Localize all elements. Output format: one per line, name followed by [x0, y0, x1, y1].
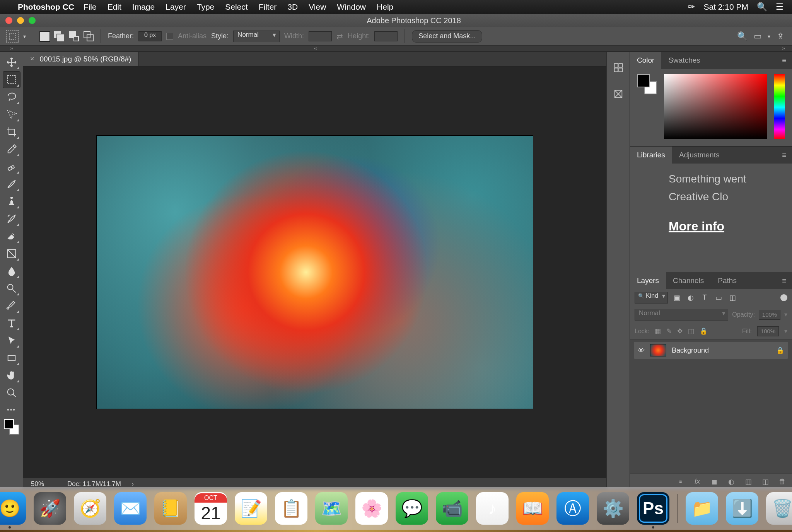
menu-image[interactable]: Image — [132, 2, 155, 12]
selection-new-icon[interactable] — [40, 32, 50, 41]
dock-ibooks[interactable]: 📖 — [516, 492, 549, 525]
close-tab-icon[interactable]: × — [30, 55, 34, 63]
new-layer-icon[interactable]: ◫ — [761, 477, 770, 486]
healing-brush-tool[interactable] — [3, 159, 20, 175]
dock-photoshop[interactable]: Ps — [637, 492, 669, 525]
filter-toggle[interactable] — [780, 294, 787, 301]
dock-appstore[interactable]: Ⓐ — [556, 492, 589, 525]
filter-pixel-icon[interactable]: ▣ — [672, 293, 682, 302]
move-tool[interactable] — [3, 54, 20, 70]
layer-style-icon[interactable]: fx — [693, 477, 702, 486]
selection-subtract-icon[interactable] — [69, 31, 79, 41]
lock-all-icon[interactable]: 🔒 — [700, 327, 708, 335]
marquee-tool[interactable] — [3, 72, 20, 88]
tab-adjustments[interactable]: Adjustments — [672, 147, 727, 164]
menu-layer[interactable]: Layer — [166, 2, 186, 12]
panel-menu-icon[interactable]: ≡ — [777, 52, 792, 69]
chevron-down-icon[interactable]: ▾ — [23, 33, 26, 39]
layer-filter-kind-select[interactable]: Kind — [635, 292, 668, 304]
selection-intersect-icon[interactable] — [84, 31, 94, 41]
quick-select-tool[interactable] — [3, 106, 20, 123]
delete-layer-icon[interactable]: 🗑 — [778, 477, 787, 486]
status-docsize[interactable]: Doc: 11.7M/11.7M — [67, 480, 121, 488]
tab-channels[interactable]: Channels — [666, 272, 711, 289]
lock-transparent-icon[interactable]: ▦ — [655, 327, 661, 335]
tab-swatches[interactable]: Swatches — [661, 52, 707, 69]
filter-type-icon[interactable]: T — [700, 293, 710, 302]
tab-paths[interactable]: Paths — [711, 272, 744, 289]
panel-menu-icon[interactable]: ≡ — [777, 272, 792, 289]
libraries-more-info-link[interactable]: More info — [669, 219, 724, 234]
gradient-tool[interactable] — [3, 246, 20, 262]
properties-panel-icon[interactable] — [612, 87, 625, 101]
layer-visibility-icon[interactable]: 👁 — [638, 346, 645, 355]
select-and-mask-button[interactable]: Select and Mask... — [412, 30, 482, 43]
menu-filter[interactable]: Filter — [259, 2, 277, 12]
dock-mail[interactable]: ✉️ — [114, 492, 147, 525]
menu-window[interactable]: Window — [337, 2, 366, 12]
menu-3d[interactable]: 3D — [287, 2, 298, 12]
foreground-color[interactable] — [4, 419, 14, 429]
dock-photos[interactable]: 🌸 — [355, 492, 388, 525]
menu-type[interactable]: Type — [197, 2, 215, 12]
color-fgbg-well[interactable] — [637, 74, 657, 94]
tab-libraries[interactable]: Libraries — [630, 147, 672, 164]
menu-view[interactable]: View — [309, 2, 326, 12]
workspace-switcher-icon[interactable]: ▭ — [752, 31, 763, 42]
adjustment-layer-icon[interactable]: ◐ — [727, 477, 736, 486]
collapse-dock-icon[interactable]: ‹‹ — [314, 46, 317, 51]
menu-help[interactable]: Help — [377, 2, 393, 12]
hand-tool[interactable] — [3, 367, 20, 384]
color-saturation-field[interactable] — [664, 74, 767, 139]
crop-tool[interactable] — [3, 124, 20, 140]
window-minimize-button[interactable] — [17, 17, 24, 24]
dock-system-preferences[interactable]: ⚙️ — [597, 492, 629, 525]
dock-downloads-folder[interactable]: ⬇️ — [726, 492, 758, 525]
window-close-button[interactable] — [5, 17, 12, 24]
history-panel-icon[interactable] — [612, 61, 625, 74]
clone-stamp-tool[interactable] — [3, 193, 20, 210]
status-zoom[interactable]: 50% — [31, 480, 44, 488]
dock-notes[interactable]: 📝 — [235, 492, 267, 525]
dock-itunes[interactable]: ♪ — [476, 492, 509, 525]
tab-color[interactable]: Color — [630, 52, 661, 69]
filter-adjust-icon[interactable]: ◐ — [686, 293, 696, 302]
search-icon[interactable]: 🔍 — [737, 31, 748, 42]
lock-position-icon[interactable]: ✥ — [677, 327, 683, 335]
blend-mode-select[interactable]: Normal — [635, 309, 728, 321]
share-icon[interactable]: ⇪ — [775, 31, 786, 42]
dock-reminders[interactable]: 📋 — [275, 492, 307, 525]
filter-smart-icon[interactable]: ◫ — [727, 293, 737, 302]
selection-add-icon[interactable] — [54, 31, 64, 41]
dock-applications-folder[interactable]: 📁 — [686, 492, 718, 525]
history-brush-tool[interactable] — [3, 211, 20, 227]
layer-group-icon[interactable]: ▥ — [744, 477, 753, 486]
canvas-viewport[interactable] — [23, 66, 606, 478]
foreground-background-swatch[interactable] — [3, 418, 20, 435]
menu-file[interactable]: File — [84, 2, 97, 12]
dock-calendar[interactable]: OCT21 — [195, 492, 227, 525]
layer-name[interactable]: Background — [672, 346, 709, 355]
path-select-tool[interactable] — [3, 332, 20, 349]
document-tab[interactable]: × 00015.jpg @ 50% (RGB/8#) — [23, 52, 138, 66]
menu-select[interactable]: Select — [225, 2, 248, 12]
lock-artboard-icon[interactable]: ◫ — [688, 327, 694, 335]
notifications-icon[interactable]: ☰ — [776, 2, 783, 12]
pen-tool[interactable] — [3, 298, 20, 314]
layer-mask-icon[interactable]: ◼ — [710, 477, 719, 486]
eraser-tool[interactable] — [3, 228, 20, 244]
eyedropper-tool[interactable] — [3, 141, 20, 157]
tab-layers[interactable]: Layers — [630, 272, 666, 289]
dock-messages[interactable]: 💬 — [396, 492, 428, 525]
window-zoom-button[interactable] — [29, 17, 36, 24]
color-hue-slider[interactable] — [774, 74, 785, 139]
fill-input[interactable]: 100% — [757, 326, 779, 336]
expand-toolbox-icon[interactable]: ›› — [0, 46, 23, 51]
type-tool[interactable] — [3, 315, 20, 331]
rectangle-tool[interactable] — [3, 350, 20, 366]
filter-shape-icon[interactable]: ▭ — [713, 293, 724, 302]
dock-finder[interactable]: 🙂 — [0, 492, 26, 525]
blur-tool[interactable] — [3, 263, 20, 279]
link-layers-icon[interactable]: ⚭ — [676, 477, 684, 486]
dock-launchpad[interactable]: 🚀 — [34, 492, 66, 525]
